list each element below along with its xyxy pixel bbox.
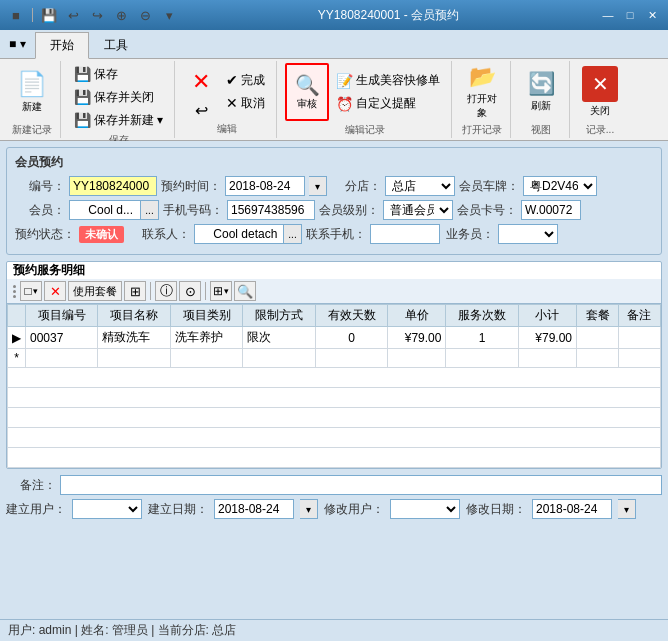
kaka-input[interactable] (521, 200, 581, 220)
open-obj-button[interactable]: 📂 打开对象 (460, 63, 504, 121)
tab-start[interactable]: 开始 (35, 32, 89, 59)
create-user-select[interactable] (72, 499, 142, 519)
row-new-col10 (618, 349, 660, 368)
create-date-input[interactable] (214, 499, 294, 519)
yuyue-time-input[interactable] (225, 176, 305, 196)
huiyuan-search-btn[interactable]: ... (141, 200, 159, 220)
biaohao-input[interactable] (69, 176, 157, 196)
tab-tools[interactable]: 工具 (89, 32, 143, 58)
ribbon-tabs: ■ ▾ 开始 工具 (0, 30, 668, 58)
empty-row-4 (8, 428, 661, 448)
tbl-info-btn[interactable]: ⓘ (155, 281, 177, 301)
yewuren-select[interactable] (498, 224, 558, 244)
row-limit: 限次 (243, 327, 315, 349)
cancel-button[interactable]: ✕ 取消 (221, 92, 270, 114)
group-records-content: ✕ 关闭 (578, 63, 622, 121)
jiebie-select[interactable]: 普通会员 (383, 200, 453, 220)
new-button[interactable]: 📄 新建 (10, 63, 54, 121)
biaohao-label: 编号： (15, 178, 65, 195)
cancel-x-button[interactable]: ✕ (183, 64, 219, 100)
save-close-label: 保存并关闭 (94, 89, 154, 106)
row-package (577, 327, 619, 349)
qa-btn-1[interactable]: 💾 (39, 6, 59, 24)
status-label: 预约状态： (15, 226, 75, 243)
table-title: 预约服务明细 (7, 262, 91, 279)
tbl-use-package-btn[interactable]: 使用套餐 (68, 281, 122, 301)
remarks-label: 备注： (6, 477, 56, 494)
app-icon[interactable]: ■ (6, 6, 26, 24)
save-button[interactable]: 💾 保存 (69, 63, 168, 85)
complete-button[interactable]: ✔ 完成 (221, 69, 270, 91)
close-button[interactable]: ✕ (642, 7, 662, 23)
create-date-label: 建立日期： (148, 501, 208, 518)
dot1 (13, 285, 16, 288)
minimize-button[interactable]: — (598, 7, 618, 23)
gen-quick-button[interactable]: 📝 生成美容快修单 (331, 70, 445, 92)
group-new-record-content: 📄 新建 (10, 63, 54, 121)
modify-date-input[interactable] (532, 499, 612, 519)
col-header-num: 项目编号 (26, 305, 98, 327)
save-close-button[interactable]: 💾 保存并关闭 (69, 86, 168, 108)
fendian-select[interactable]: 总店 (385, 176, 455, 196)
huiyuan-chepai-select[interactable]: 粤D2V466 (523, 176, 597, 196)
lianxiren-search-btn[interactable]: ... (284, 224, 302, 244)
save-close-icon: 💾 (74, 89, 91, 105)
window-controls: — □ ✕ (598, 7, 662, 23)
qa-btn-3[interactable]: ↪ (87, 6, 107, 24)
table-row[interactable]: ▶ 00037 精致洗车 洗车养护 限次 0 ¥79.00 1 ¥79.00 (8, 327, 661, 349)
tbl-circle-btn[interactable]: ⊙ (179, 281, 201, 301)
custom-remind-button[interactable]: ⏰ 自定义提醒 (331, 93, 445, 115)
qa-dropdown[interactable]: ▾ (159, 6, 179, 24)
empty-row-2 (8, 388, 661, 408)
remarks-input[interactable] (60, 475, 662, 495)
tbl-search-btn[interactable]: 🔍 (234, 281, 256, 301)
open-obj-label: 打开对象 (463, 92, 501, 120)
title-bar: ■ 💾 ↩ ↪ ⊕ ⊖ ▾ YY1808240001 - 会员预约 — □ ✕ (0, 0, 668, 30)
qa-btn-5[interactable]: ⊖ (135, 6, 155, 24)
cancel-icon: ✕ (226, 95, 238, 111)
title-bar-left: ■ 💾 ↩ ↪ ⊕ ⊖ ▾ (6, 6, 179, 24)
tbl-del-btn[interactable]: ✕ (44, 281, 66, 301)
create-user-label: 建立用户： (6, 501, 66, 518)
save-new-button[interactable]: 💾 保存并新建 ▾ (69, 109, 168, 131)
huiyuan-label: 会员： (15, 202, 65, 219)
group-edit-record-label: 编辑记录 (345, 121, 385, 137)
undo-button[interactable]: ↩ (183, 102, 219, 120)
audit-button[interactable]: 🔍 审核 (285, 63, 329, 121)
gen-quick-label: 生成美容快修单 (356, 72, 440, 89)
tbl-grid-btn[interactable]: ⊞ (124, 281, 146, 301)
splitter (11, 283, 18, 300)
yuyue-time-picker[interactable]: ▾ (309, 176, 327, 196)
service-table: 项目编号 项目名称 项目类别 限制方式 有效天数 单价 服务次数 小计 套餐 备… (7, 304, 661, 468)
lianxiren-input[interactable] (194, 224, 284, 244)
group-records: ✕ 关闭 记录... (572, 61, 628, 138)
lianxi-shouji-input[interactable] (370, 224, 440, 244)
save-new-label: 保存并新建 (94, 112, 154, 129)
form-row-3: 预约状态： 未确认 联系人： ... 联系手机： 业务员： (15, 224, 653, 244)
huiyuan-chepai-label: 会员车牌： (459, 178, 519, 195)
qa-btn-2[interactable]: ↩ (63, 6, 83, 24)
group-save-content: 💾 保存 💾 保存并关闭 💾 保存并新建 ▾ (69, 63, 168, 131)
modify-date-picker[interactable]: ▾ (618, 499, 636, 519)
shouji-input[interactable] (227, 200, 315, 220)
table-row-new[interactable]: * (8, 349, 661, 368)
ribbon-content: 📄 新建 新建记录 💾 保存 💾 保存并关闭 (0, 58, 668, 140)
tbl-grid2-btn[interactable]: ⊞ ▾ (210, 281, 232, 301)
dot2 (13, 290, 16, 293)
qa-btn-4[interactable]: ⊕ (111, 6, 131, 24)
records-close-label: 关闭 (590, 104, 610, 118)
records-close-button[interactable]: ✕ 关闭 (578, 63, 622, 121)
splitter-handle[interactable] (11, 283, 18, 300)
tbl-add-btn[interactable]: □ ▾ (20, 281, 42, 301)
tbl-add-icon: □ (24, 284, 31, 298)
group-new-record: 📄 新建 新建记录 (4, 61, 61, 138)
huiyuan-input[interactable] (69, 200, 141, 220)
refresh-button[interactable]: 🔄 刷新 (519, 63, 563, 121)
maximize-button[interactable]: □ (620, 7, 640, 23)
modify-user-select[interactable] (390, 499, 460, 519)
divider (32, 8, 33, 22)
cancel-label: 取消 (241, 95, 265, 112)
tbl-grid2-dropdown: ▾ (224, 286, 229, 296)
create-date-picker[interactable]: ▾ (300, 499, 318, 519)
tab-menu[interactable]: ■ ▾ (0, 32, 35, 58)
